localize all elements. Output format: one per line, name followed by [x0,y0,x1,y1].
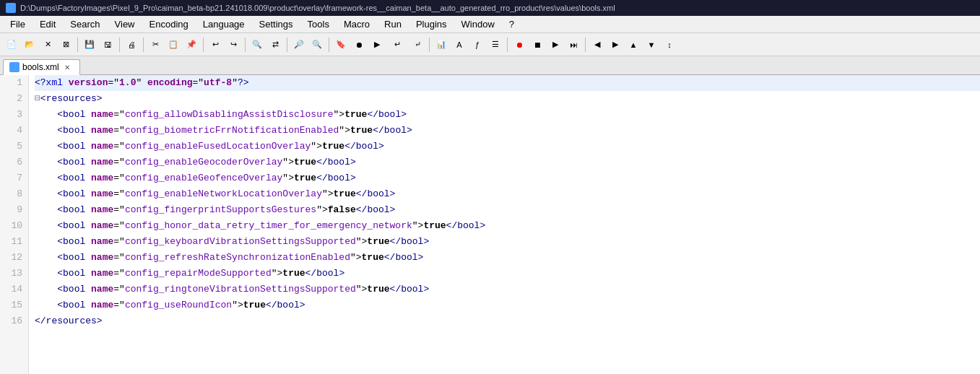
menu-window[interactable]: Window [454,17,502,31]
toolbar-sep-10 [585,38,586,52]
code-editor[interactable]: <?xml version="1.0" encoding="utf-8"?> ⊟… [29,75,980,374]
toolbar-sep-3 [143,38,144,52]
code-line-5: <bool name="config_enableFusedLocationOv… [35,139,980,155]
line-num-10: 10 [6,218,22,234]
tb-record[interactable]: ⏺ [511,36,528,53]
new-file-button[interactable]: 📄 [3,36,20,53]
code-line-2: ⊟<resources> [35,91,980,107]
tb-encoding-convert[interactable]: A [451,36,468,53]
tb-up[interactable]: ▲ [625,36,642,53]
code-line-15: <bool name="config_useRoundIcon">true</b… [35,297,980,313]
save-button[interactable]: 💾 [81,36,98,53]
tab-label: bools.xml [22,62,59,72]
app-icon [6,3,16,13]
line-num-4: 4 [6,123,22,139]
title-path: D:\Dumps\FactoryImages\Pixel_9_Pro\caima… [20,4,615,12]
tab-bools-xml[interactable]: bools.xml ✕ [3,59,80,75]
menu-encoding[interactable]: Encoding [142,17,196,31]
toolbar-sep-1 [77,38,78,52]
tb-play[interactable]: ▶ [547,36,564,53]
code-line-16: </resources> [35,313,980,329]
line-num-5: 5 [6,139,22,155]
copy-button[interactable]: 📋 [165,36,182,53]
line-num-6: 6 [6,155,22,170]
title-bar: D:\Dumps\FactoryImages\Pixel_9_Pro\caima… [0,0,980,16]
code-line-13: <bool name="config_repairModeSupported">… [35,266,980,282]
menu-view[interactable]: View [108,17,142,31]
line-num-8: 8 [6,186,22,202]
line-num-2: 2 [6,91,22,107]
close-all-button[interactable]: ⊠ [57,36,74,53]
tb-sort[interactable]: ↕ [661,36,678,53]
print-button[interactable]: 🖨 [123,36,140,53]
menu-help[interactable]: ? [502,17,521,31]
cut-button[interactable]: ✂ [147,36,164,53]
line-numbers: 1 2 3 4 5 6 7 8 9 10 11 12 13 14 15 16 [0,75,29,374]
close-button[interactable]: ✕ [39,36,56,53]
tb-next[interactable]: ▶ [607,36,624,53]
wrap-button[interactable]: ↵ [386,36,408,53]
marker-button[interactable]: 🔖 [332,36,350,53]
menu-macro[interactable]: Macro [337,17,377,31]
replace-button[interactable]: ⇄ [266,36,284,53]
line-num-12: 12 [6,250,22,266]
code-line-3: <bool name="config_allowDisablingAssistD… [35,107,980,123]
paste-button[interactable]: 📌 [183,36,200,53]
tab-close-button[interactable]: ✕ [62,62,72,72]
tb-playback[interactable]: ⏭ [565,36,582,53]
toolbar-sep-8 [429,38,430,52]
find-button[interactable]: 🔍 [248,36,266,53]
tb-panel[interactable]: ☰ [487,36,504,53]
run-macro-button[interactable]: ▶ [368,36,386,53]
toolbar-sep-9 [507,38,508,52]
redo-button[interactable]: ↪ [225,36,242,53]
menu-file[interactable]: File [3,17,32,31]
code-line-12: <bool name="config_refreshRateSynchroniz… [35,250,980,266]
line-num-16: 16 [6,313,22,329]
code-line-6: <bool name="config_enableGeocoderOverlay… [35,155,980,170]
wrap-toggle-button[interactable]: ⤶ [409,36,426,53]
toolbar-sep-5 [245,38,246,52]
tb-stop[interactable]: ⏹ [529,36,546,53]
tab-bar: bools.xml ✕ [0,56,980,75]
menu-run[interactable]: Run [377,17,409,31]
line-num-9: 9 [6,202,22,218]
macro-button[interactable]: ⏺ [350,36,368,53]
code-line-8: <bool name="config_enableNetworkLocation… [35,186,980,202]
zoom-out-button[interactable]: 🔍 [308,36,326,53]
tab-file-icon [9,62,19,72]
menu-tools[interactable]: Tools [300,17,337,31]
toolbar-sep-6 [287,38,287,52]
line-num-13: 13 [6,266,22,282]
toolbar-sep-4 [203,38,204,52]
line-num-1: 1 [6,75,22,91]
menu-search[interactable]: Search [63,17,107,31]
menu-plugins[interactable]: Plugins [409,17,454,31]
tb-down[interactable]: ▼ [643,36,660,53]
zoom-in-button[interactable]: 🔎 [290,36,308,53]
code-line-11: <bool name="config_keyboardVibrationSett… [35,234,980,250]
line-num-14: 14 [6,282,22,297]
line-num-11: 11 [6,234,22,250]
toolbar-sep-2 [119,38,120,52]
toolbar-sep-7 [329,38,329,52]
tb-func-list[interactable]: ƒ [469,36,486,53]
toolbar: 📄 📂 ✕ ⊠ 💾 🖫 🖨 ✂ 📋 📌 ↩ ↪ 🔍 ⇄ 🔎 🔍 🔖 ⏺ ▶ ↵ … [0,33,980,56]
code-line-14: <bool name="config_ringtoneVibrationSett… [35,282,980,297]
line-num-7: 7 [6,170,22,186]
save-all-button[interactable]: 🖫 [99,36,116,53]
tb-prev[interactable]: ◀ [589,36,606,53]
menu-settings[interactable]: Settings [252,17,300,31]
open-button[interactable]: 📂 [21,36,38,53]
line-num-15: 15 [6,297,22,313]
menu-edit[interactable]: Edit [32,17,63,31]
menu-language[interactable]: Language [196,17,252,31]
tb-doc-map[interactable]: 📊 [433,36,450,53]
code-line-7: <bool name="config_enableGeofenceOverlay… [35,170,980,186]
code-line-1: <?xml version="1.0" encoding="utf-8"?> [35,75,980,91]
code-line-10: <bool name="config_honor_data_retry_time… [35,218,980,234]
menu-bar: File Edit Search View Encoding Language … [0,16,980,33]
code-line-4: <bool name="config_biometricFrrNotificat… [35,123,980,139]
line-num-3: 3 [6,107,22,123]
undo-button[interactable]: ↩ [207,36,224,53]
